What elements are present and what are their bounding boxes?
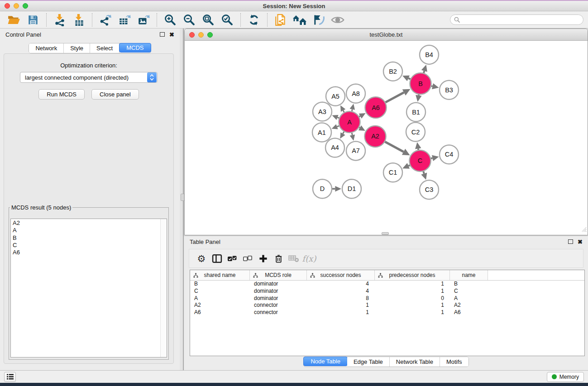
graph-node-label: B2 bbox=[389, 68, 397, 75]
hide-graphics-details-icon[interactable] bbox=[311, 13, 326, 27]
graph-node-label: A7 bbox=[352, 147, 360, 154]
optimization-criterion-select[interactable]: largest connected component (directed) bbox=[20, 72, 158, 83]
graph-edge-B-B3[interactable] bbox=[431, 86, 433, 86]
mcds-result-item[interactable]: A6 bbox=[11, 249, 160, 256]
tab-style[interactable]: Style bbox=[64, 43, 90, 53]
tab-mcds[interactable]: MCDS bbox=[119, 43, 151, 52]
cell-predecessor-nodes: 1 bbox=[375, 302, 450, 309]
graph-edge-A6-B[interactable] bbox=[386, 92, 404, 102]
table-row[interactable]: A2connector11A2 bbox=[190, 302, 584, 309]
table-row[interactable]: Cdominator41C bbox=[190, 288, 584, 295]
graph-node-label: A6 bbox=[372, 104, 380, 111]
graph-edge-C-C1[interactable] bbox=[408, 165, 410, 166]
mcds-result-item[interactable]: A bbox=[11, 227, 160, 234]
search-icon bbox=[454, 17, 460, 23]
graph-edge-A-A3[interactable] bbox=[337, 117, 339, 118]
desktop-edge-bottom bbox=[0, 383, 588, 386]
export-network-icon[interactable] bbox=[98, 13, 113, 27]
zoom-fit-icon[interactable] bbox=[201, 13, 215, 27]
zoom-selected-icon[interactable] bbox=[220, 13, 234, 27]
search-input[interactable] bbox=[462, 17, 579, 23]
add-column-icon[interactable] bbox=[255, 251, 271, 266]
graph-node-label: D bbox=[320, 185, 325, 192]
mcds-result-item[interactable]: A2 bbox=[11, 219, 160, 227]
graph-edge-A2-C[interactable] bbox=[385, 142, 404, 152]
table-toolbar: ⚙ f(x) bbox=[189, 249, 583, 268]
graph-edge-arrowhead bbox=[335, 186, 341, 192]
select-all-icon[interactable] bbox=[225, 251, 240, 266]
cell-mcds-role: dominator bbox=[250, 295, 307, 302]
graph-edge-A-A1[interactable] bbox=[337, 126, 339, 127]
graph-edge-A-A4[interactable] bbox=[343, 132, 344, 133]
delete-column-trash-icon[interactable] bbox=[271, 251, 286, 266]
tab-network[interactable]: Network bbox=[29, 43, 64, 53]
refresh-icon[interactable] bbox=[247, 13, 261, 27]
home-icon[interactable] bbox=[292, 13, 307, 27]
window-resize-grip[interactable] bbox=[580, 226, 587, 234]
column-header-successor-nodes[interactable]: successor nodes bbox=[307, 270, 375, 280]
app-title: Session: New Session bbox=[0, 3, 588, 10]
tab-node-table[interactable]: Node Table bbox=[303, 357, 348, 366]
tab-motifs[interactable]: Motifs bbox=[440, 357, 468, 367]
graph-edge-C-C3[interactable] bbox=[423, 172, 424, 174]
table-row[interactable]: A6connector11A6 bbox=[190, 309, 584, 316]
task-history-button[interactable] bbox=[4, 372, 16, 382]
tab-select[interactable]: Select bbox=[90, 43, 120, 53]
mcds-result-group: MCDS result (5 nodes) A2ABCA6 bbox=[9, 204, 169, 360]
run-mcds-button[interactable]: Run MCDS bbox=[38, 89, 85, 100]
deselect-all-icon[interactable] bbox=[240, 251, 255, 266]
table-row[interactable]: Adominator80A bbox=[190, 295, 584, 302]
open-session-icon[interactable] bbox=[7, 13, 21, 27]
cell-name: C bbox=[450, 288, 488, 295]
mcds-result-item[interactable]: C bbox=[11, 242, 160, 249]
column-header-predecessor-nodes[interactable]: predecessor nodes bbox=[375, 270, 450, 280]
memory-button[interactable]: Memory bbox=[547, 372, 584, 382]
graph-edge-A-A8[interactable] bbox=[352, 110, 352, 111]
float-table-panel-icon[interactable] bbox=[568, 239, 573, 244]
graph-edge-B-B4[interactable] bbox=[424, 71, 424, 73]
graph-edge-A-A2[interactable] bbox=[359, 128, 360, 128]
export-image-icon[interactable] bbox=[136, 13, 151, 27]
toolbar-separator bbox=[267, 13, 268, 27]
graph-edge-arrowhead bbox=[415, 142, 421, 149]
cell-predecessor-nodes: 1 bbox=[375, 309, 450, 316]
zoom-out-icon[interactable] bbox=[182, 13, 196, 27]
table-options-gear-icon[interactable]: ⚙ bbox=[194, 251, 209, 266]
tab-edge-table[interactable]: Edge Table bbox=[347, 357, 390, 367]
graph-edge-A-A7[interactable] bbox=[352, 133, 352, 135]
import-network-icon[interactable] bbox=[53, 13, 67, 27]
graph-edge-B-B2[interactable] bbox=[408, 78, 410, 79]
table-row[interactable]: Bdominator41B bbox=[190, 281, 584, 288]
search-box[interactable] bbox=[450, 14, 583, 25]
graph-edge-C-C4[interactable] bbox=[431, 158, 433, 158]
cell-shared-name: A2 bbox=[190, 302, 250, 309]
graph-node-label: A4 bbox=[331, 144, 339, 151]
save-session-icon[interactable] bbox=[26, 13, 40, 27]
mcds-result-list[interactable]: A2ABCA6 bbox=[10, 219, 167, 357]
network-canvas[interactable]: AA1A2A3A4A5A6A7A8BB1B2B3B4CC1C2C3C4DD1 bbox=[185, 41, 588, 235]
column-header-shared-name[interactable]: shared name bbox=[190, 270, 250, 280]
graph-edge-A-A5[interactable] bbox=[343, 110, 344, 112]
delete-table-icon[interactable] bbox=[286, 251, 301, 266]
result-scrollbar[interactable] bbox=[160, 219, 167, 357]
column-header-mcds-role[interactable]: MCDS role bbox=[250, 270, 307, 280]
mcds-result-title: MCDS result (5 nodes) bbox=[10, 204, 72, 211]
tab-network-table[interactable]: Network Table bbox=[390, 357, 440, 367]
column-header-name[interactable]: name bbox=[450, 270, 488, 280]
float-panel-icon[interactable] bbox=[160, 32, 165, 37]
new-network-from-selection-icon[interactable] bbox=[273, 13, 288, 27]
cell-successor-nodes: 1 bbox=[307, 309, 375, 316]
close-panel-icon[interactable]: ✖ bbox=[169, 32, 174, 38]
zoom-in-icon[interactable] bbox=[163, 13, 177, 27]
network-window-titlebar[interactable]: testGlobe.txt bbox=[185, 29, 588, 41]
import-table-icon[interactable] bbox=[72, 13, 86, 27]
export-table-icon[interactable] bbox=[117, 13, 132, 27]
show-columns-icon[interactable] bbox=[209, 251, 225, 266]
close-panel-button[interactable]: Close panel bbox=[91, 89, 139, 100]
mcds-result-item[interactable]: B bbox=[11, 234, 160, 242]
apply-function-icon[interactable]: f(x) bbox=[301, 251, 317, 266]
close-table-panel-icon[interactable]: ✖ bbox=[578, 239, 583, 245]
table-split-grip[interactable] bbox=[382, 232, 389, 235]
graph-edge-A-A6[interactable] bbox=[359, 116, 360, 117]
show-graphics-details-eye-icon[interactable] bbox=[330, 13, 345, 27]
